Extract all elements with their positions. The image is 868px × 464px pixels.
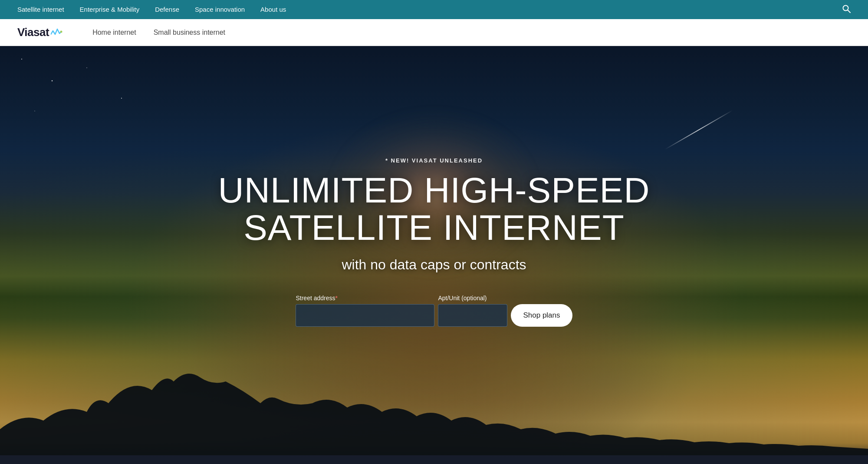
- street-address-input[interactable]: [296, 304, 434, 327]
- top-nav-links: Satellite internet Enterprise & Mobility…: [17, 6, 286, 13]
- apt-unit-input[interactable]: [438, 304, 507, 327]
- apt-unit-group: Apt/Unit (optional): [438, 295, 507, 327]
- address-form: Street address* Apt/Unit (optional) Shop…: [218, 295, 650, 327]
- street-label: Street address*: [296, 295, 338, 302]
- logo-text: Viasat: [17, 26, 49, 39]
- secondary-nav: Viasat Home internet Small business inte…: [0, 19, 868, 46]
- svg-point-4: [52, 80, 53, 81]
- svg-line-1: [848, 10, 851, 13]
- svg-point-6: [121, 98, 122, 99]
- secondary-nav-small-business[interactable]: Small business internet: [154, 29, 225, 36]
- stars-decoration: [0, 46, 130, 111]
- nav-link-satellite[interactable]: Satellite internet: [17, 6, 64, 13]
- mountains-silhouette: [0, 368, 868, 464]
- nav-item-satellite[interactable]: Satellite internet: [17, 6, 64, 13]
- secondary-link-home[interactable]: Home internet: [92, 29, 136, 36]
- svg-rect-68: [0, 455, 868, 464]
- nav-item-space[interactable]: Space innovation: [195, 6, 245, 13]
- hero-title: UNLIMITED HIGH-SPEED SATELLITE INTERNET: [218, 172, 650, 246]
- secondary-nav-links: Home internet Small business internet: [92, 29, 225, 36]
- logo[interactable]: Viasat: [17, 26, 63, 39]
- hero-title-line2: SATELLITE INTERNET: [243, 208, 625, 247]
- logo-wave-icon: [51, 28, 63, 37]
- nav-link-enterprise[interactable]: Enterprise & Mobility: [80, 6, 140, 13]
- street-address-group: Street address*: [296, 295, 434, 327]
- required-indicator: *: [335, 295, 338, 302]
- secondary-link-small-business[interactable]: Small business internet: [154, 29, 225, 36]
- shop-plans-button[interactable]: Shop plans: [511, 304, 572, 327]
- nav-link-about[interactable]: About us: [260, 6, 286, 13]
- apt-label: Apt/Unit (optional): [438, 295, 487, 302]
- secondary-nav-home[interactable]: Home internet: [92, 29, 136, 36]
- hero-subtitle: with no data caps or contracts: [218, 257, 650, 273]
- svg-point-5: [86, 67, 87, 68]
- svg-point-0: [843, 5, 848, 10]
- nav-item-enterprise[interactable]: Enterprise & Mobility: [80, 6, 140, 13]
- nav-item-about[interactable]: About us: [260, 6, 286, 13]
- hero-badge: NEW! VIASAT UNLEASHED: [218, 157, 650, 164]
- nav-item-defense[interactable]: Defense: [155, 6, 179, 13]
- hero-content: NEW! VIASAT UNLEASHED UNLIMITED HIGH-SPE…: [210, 157, 659, 327]
- svg-point-30: [34, 111, 35, 111]
- top-nav: Satellite internet Enterprise & Mobility…: [0, 0, 868, 19]
- hero-title-line1: UNLIMITED HIGH-SPEED: [218, 170, 650, 210]
- svg-point-3: [21, 59, 22, 60]
- search-icon[interactable]: [842, 4, 851, 15]
- nav-link-defense[interactable]: Defense: [155, 6, 179, 13]
- nav-link-space[interactable]: Space innovation: [195, 6, 245, 13]
- hero-section: NEW! VIASAT UNLEASHED UNLIMITED HIGH-SPE…: [0, 46, 868, 464]
- svg-point-2: [60, 30, 62, 33]
